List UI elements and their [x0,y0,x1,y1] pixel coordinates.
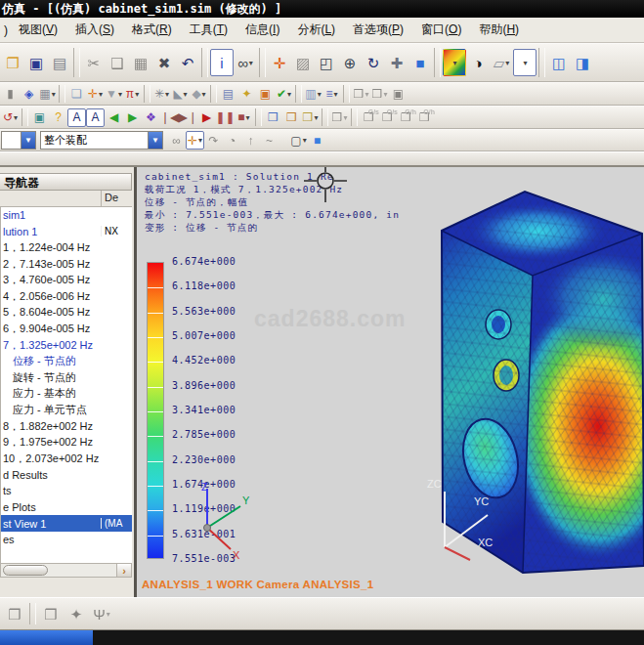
scrollbar-thumb[interactable] [3,565,48,576]
fixture-icon[interactable]: π▾ [123,85,142,104]
toolbar-separator [351,108,358,126]
tree-row[interactable]: 1，1.224e-004 Hz [1,239,132,256]
solve-icon[interactable]: ✔▾ [275,85,293,104]
summary-icon[interactable]: ≡▾ [322,85,341,104]
menu-item[interactable]: 帮助(H) [470,20,528,40]
play-icon[interactable]: ▶ [197,108,216,127]
copy-object-icon[interactable]: ❏ [67,85,86,104]
combo-dropdown-icon[interactable]: ▼ [21,132,35,149]
zoom-box-icon[interactable]: ◰ [315,49,338,76]
render-style-icon[interactable]: ▾ [443,49,466,76]
sim-object-icon[interactable]: ▤ [219,85,237,104]
tree-row[interactable]: 2，7.143e-005 Hz [1,256,132,273]
tree-row[interactable]: st View 1(MA [1,515,132,532]
physical-property-icon[interactable]: ◆▾ [190,85,208,104]
toolbar-separator [144,85,150,103]
name-column-header[interactable] [0,191,101,206]
shaded-box-icon[interactable]: ■ [308,131,326,150]
taskbar-start-button[interactable] [0,630,93,645]
tree-row[interactable]: lution 1NX [1,224,132,240]
pause-icon[interactable]: ❚❚ [216,108,235,127]
reset-orientation-icon[interactable]: ↺▾ [1,108,20,127]
description-column-header[interactable]: De [101,191,132,206]
binoculars-icon[interactable]: ∞▾ [234,49,257,76]
snapshot-icon[interactable]: ▣ [30,108,49,127]
tree-row[interactable]: sim1 [1,207,132,224]
mesh-grid-icon[interactable]: ▦▾ [38,85,57,104]
scroll-right-button[interactable]: › [116,564,131,577]
tree-row[interactable]: 5，8.604e-005 Hz [1,305,132,322]
verify-model-icon[interactable]: ❒ [264,108,282,127]
graphics-viewport[interactable]: cad2688.com [137,167,644,597]
menu-item[interactable]: 插入(S) [66,20,123,40]
tree-row[interactable]: 4，2.056e-006 Hz [1,288,132,305]
tree-row[interactable]: 10，2.073e+002 Hz [1,451,132,467]
shaded-display-icon[interactable]: ◑ [466,49,490,76]
selection-filter-icon[interactable]: ▢▾ [289,131,308,150]
report-icon[interactable]: ▥▾ [304,85,322,104]
menu-item[interactable]: 首选项(P) [344,20,412,40]
load-icon[interactable]: ▼▾ [105,85,123,104]
region-icon[interactable]: ◣▾ [171,85,190,104]
tree-row[interactable]: 8，1.882e+002 Hz [1,418,132,435]
tree-row[interactable]: 位移 - 节点的 [1,353,132,369]
perspective-icon[interactable]: ■ [408,49,432,76]
combo-dropdown-icon[interactable]: ▼ [148,132,162,149]
constraint-icon[interactable]: ✛▾ [86,85,105,104]
horizontal-scrollbar[interactable]: › [0,563,132,578]
print-icon[interactable]: ▤ [48,49,71,76]
export-gh-icon: ❒G/h [397,108,415,127]
crosshair-cursor [304,167,347,202]
legend-value: 2.785e+000 [172,429,236,440]
solution-setup-icon[interactable]: ▣ [256,85,275,104]
navigator-column-header[interactable]: De [0,191,132,207]
fit-view-icon[interactable]: ✛ [268,49,291,76]
menu-item[interactable]: 格式(R) [123,20,181,40]
menu-item[interactable]: 信息(I) [236,20,288,40]
point-dialog-icon[interactable]: ✛▾ [186,131,204,150]
tree-row[interactable]: e Plots [1,499,132,516]
annotation-icon[interactable]: A [67,108,86,127]
undo-icon[interactable]: ↶ [176,49,199,76]
tree-row[interactable]: 应力 - 基本的 [1,386,132,403]
mesh-icon[interactable]: ◈ [20,85,38,104]
menu-item[interactable]: 视图(V) [10,20,66,40]
display-mode-icon[interactable]: ▱▾ [490,49,513,76]
tree-row[interactable]: 9，1.975e+002 Hz [1,434,132,451]
zoom-icon[interactable]: ⊕ [338,49,362,76]
open-icon[interactable]: ❐ [1,49,24,76]
save-icon[interactable]: ▣ [24,49,48,76]
type-filter-combo[interactable]: ▼ [1,131,36,150]
post-process-icon[interactable]: ❖ [142,108,160,127]
previous-mode-icon[interactable]: ◀ [105,108,123,127]
selection-scope-combo[interactable]: 整个装配 ▼ [40,131,163,150]
tree-row[interactable]: es [1,532,132,548]
clip-section-icon[interactable]: ◫ [547,49,571,76]
text-icon[interactable]: A [86,108,105,127]
tree-row[interactable]: ts [1,483,132,499]
tree-row[interactable]: 旋转 - 节点的 [1,369,132,386]
tree-row[interactable]: 6，9.904e-005 Hz [1,321,132,337]
clip-detail-icon[interactable]: ◨ [571,49,594,76]
tree-row[interactable]: 7，1.325e+002 Hz [1,337,132,354]
first-frame-icon[interactable]: ❘◀ [160,108,179,127]
background-color-icon[interactable]: ▾ [513,49,537,76]
tree-row[interactable]: 3，4.760e-005 Hz [1,272,132,288]
edit-model-icon[interactable]: ❒ [282,108,301,127]
stop-icon[interactable]: ■▾ [235,108,253,127]
help-icon[interactable]: ? [49,108,67,127]
tree-row[interactable]: 应力 - 单元节点 [1,402,132,418]
display-model-icon[interactable]: ❒▾ [301,108,320,127]
menu-item[interactable]: 工具(T) [181,20,236,40]
delete-icon[interactable]: ✖ [152,49,176,76]
next-mode-icon[interactable]: ▶ [123,108,142,127]
connection-icon[interactable]: ✳▾ [152,85,171,104]
menu-item[interactable]: 分析(L) [288,20,344,40]
rotate-view-icon[interactable]: ↻ [362,49,385,76]
pan-icon[interactable]: ✚ [385,49,408,76]
key-icon[interactable]: ✦ [237,85,256,104]
last-frame-icon[interactable]: ▶❘ [179,108,197,127]
info-icon[interactable]: i [210,49,234,76]
menu-item[interactable]: 窗口(O) [412,20,470,40]
tree-row[interactable]: d Results [1,467,132,484]
